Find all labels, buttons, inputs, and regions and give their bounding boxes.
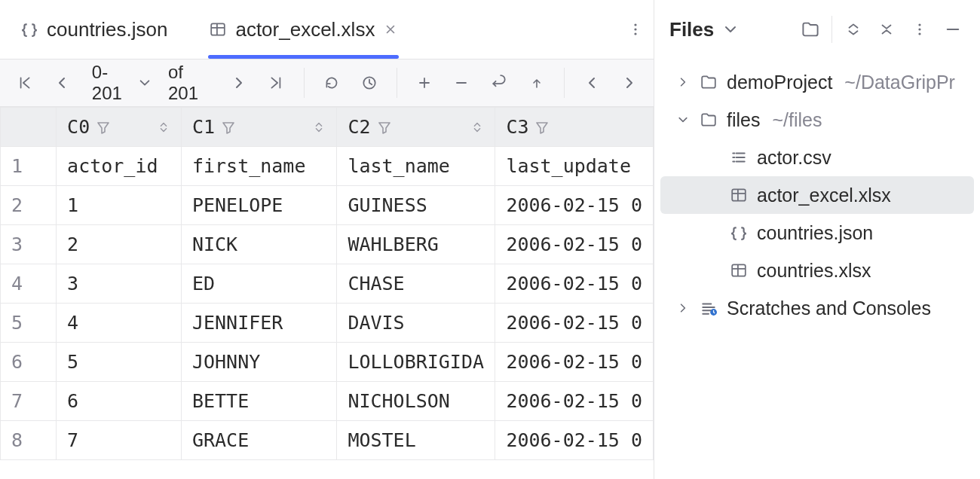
tree-node[interactable]: countries.json xyxy=(654,214,980,252)
tree-node[interactable]: demoProject~/DataGripPr xyxy=(654,63,980,101)
cell[interactable]: DAVIS xyxy=(337,304,495,343)
tab-countries-json[interactable]: countries.json xyxy=(0,0,188,59)
cell[interactable]: NICK xyxy=(181,225,336,264)
last-page-button[interactable] xyxy=(266,71,287,95)
cell[interactable]: 2006-02-15 0 xyxy=(495,382,654,421)
tree-node[interactable]: countries.xlsx xyxy=(654,252,980,289)
corner-cell[interactable] xyxy=(1,108,57,147)
cell[interactable]: first_name xyxy=(181,147,336,186)
cell[interactable]: last_update xyxy=(495,147,654,186)
revert-button[interactable] xyxy=(488,71,510,95)
history-button[interactable] xyxy=(359,71,380,95)
column-header[interactable]: C2 xyxy=(337,108,495,147)
filter-icon[interactable] xyxy=(221,120,236,135)
cell[interactable]: WAHLBERG xyxy=(337,225,495,264)
cell[interactable]: 5 xyxy=(57,343,182,382)
cell[interactable]: NICHOLSON xyxy=(337,382,495,421)
cell[interactable]: actor_id xyxy=(57,147,182,186)
cell[interactable]: GRACE xyxy=(181,421,336,460)
row-number[interactable]: 1 xyxy=(1,147,57,186)
table-icon xyxy=(728,262,749,279)
data-grid[interactable]: C0C1C2C3 1actor_idfirst_namelast_namelas… xyxy=(0,107,654,479)
tree-label: actor_excel.xlsx xyxy=(757,185,891,206)
chevron-down-icon[interactable] xyxy=(675,114,691,126)
table-row[interactable]: 76BETTENICHOLSON2006-02-15 0 xyxy=(1,382,654,421)
cell[interactable]: 2006-02-15 0 xyxy=(495,186,654,225)
tree-node[interactable]: files~/files xyxy=(654,101,980,139)
cell[interactable]: ED xyxy=(181,264,336,304)
row-number[interactable]: 8 xyxy=(1,421,57,460)
cell[interactable]: 2006-02-15 0 xyxy=(495,264,654,304)
row-number[interactable]: 2 xyxy=(1,186,57,225)
table-row[interactable]: 54JENNIFERDAVIS2006-02-15 0 xyxy=(1,304,654,343)
row-number[interactable]: 4 xyxy=(1,264,57,304)
cell[interactable]: LOLLOBRIGIDA xyxy=(337,343,495,382)
tab-label: actor_excel.xlsx xyxy=(235,18,375,41)
chevron-right-icon[interactable] xyxy=(675,76,691,88)
cell[interactable]: last_name xyxy=(337,147,495,186)
panel-options-button[interactable] xyxy=(908,17,932,41)
tabs-more-button[interactable] xyxy=(617,0,654,59)
collapse-all-button[interactable] xyxy=(874,17,899,41)
filter-icon[interactable] xyxy=(534,120,550,135)
row-number[interactable]: 7 xyxy=(1,382,57,421)
cell[interactable]: 2006-02-15 0 xyxy=(495,343,654,382)
cell[interactable]: 2006-02-15 0 xyxy=(495,225,654,264)
next-diff-button[interactable] xyxy=(619,71,640,95)
cell[interactable]: 2006-02-15 0 xyxy=(495,304,654,343)
table-row[interactable]: 32NICKWAHLBERG2006-02-15 0 xyxy=(1,225,654,264)
tree-node[interactable]: actor.csv xyxy=(654,139,980,176)
tree-node[interactable]: actor_excel.xlsx xyxy=(660,176,974,214)
expand-all-button[interactable] xyxy=(841,17,865,41)
chevron-down-icon[interactable] xyxy=(723,22,738,37)
csv-icon xyxy=(728,149,749,166)
table-row[interactable]: 87GRACEMOSTEL2006-02-15 0 xyxy=(1,421,654,460)
hide-panel-button[interactable] xyxy=(941,17,965,41)
column-header[interactable]: C1 xyxy=(181,108,336,147)
sort-icon[interactable] xyxy=(470,121,484,134)
cell[interactable]: 7 xyxy=(57,421,182,460)
prev-diff-button[interactable] xyxy=(581,71,602,95)
cell[interactable]: MOSTEL xyxy=(337,421,495,460)
add-row-button[interactable] xyxy=(414,71,435,95)
sort-icon[interactable] xyxy=(157,121,170,134)
chevron-right-icon[interactable] xyxy=(675,302,691,314)
reload-button[interactable] xyxy=(321,71,342,95)
close-icon[interactable] xyxy=(384,23,397,36)
tab-actor-excel[interactable]: actor_excel.xlsx xyxy=(188,0,418,59)
files-tree[interactable]: demoProject~/DataGripPrfiles~/filesactor… xyxy=(654,59,980,331)
table-row[interactable]: 65JOHNNYLOLLOBRIGIDA2006-02-15 0 xyxy=(1,343,654,382)
cell[interactable]: JOHNNY xyxy=(181,343,336,382)
cell[interactable]: GUINESS xyxy=(337,186,495,225)
cell[interactable]: JENNIFER xyxy=(181,304,336,343)
cell[interactable]: 1 xyxy=(57,186,182,225)
sort-icon[interactable] xyxy=(312,121,326,134)
first-page-button[interactable] xyxy=(14,71,35,95)
filter-icon[interactable] xyxy=(96,120,111,135)
table-row[interactable]: 21PENELOPEGUINESS2006-02-15 0 xyxy=(1,186,654,225)
column-header[interactable]: C3 xyxy=(495,108,654,147)
tree-path: ~/DataGripPr xyxy=(844,72,955,93)
cell[interactable]: 2 xyxy=(57,225,182,264)
cell[interactable]: CHASE xyxy=(337,264,495,304)
prev-page-button[interactable] xyxy=(51,71,72,95)
column-header[interactable]: C0 xyxy=(57,108,182,147)
cell[interactable]: 2006-02-15 0 xyxy=(495,421,654,460)
page-range[interactable]: 0-201 xyxy=(89,60,152,105)
delete-row-button[interactable] xyxy=(452,71,473,95)
row-number[interactable]: 3 xyxy=(1,225,57,264)
table-row[interactable]: 1actor_idfirst_namelast_namelast_update xyxy=(1,147,654,186)
tree-node[interactable]: Scratches and Consoles xyxy=(654,289,980,327)
commit-button[interactable] xyxy=(526,71,547,95)
cell[interactable]: 6 xyxy=(57,382,182,421)
table-row[interactable]: 43EDCHASE2006-02-15 0 xyxy=(1,264,654,304)
row-number[interactable]: 5 xyxy=(1,304,57,343)
cell[interactable]: BETTE xyxy=(181,382,336,421)
open-folder-button[interactable] xyxy=(798,17,822,41)
cell[interactable]: PENELOPE xyxy=(181,186,336,225)
filter-icon[interactable] xyxy=(377,120,392,135)
cell[interactable]: 4 xyxy=(57,304,182,343)
row-number[interactable]: 6 xyxy=(1,343,57,382)
cell[interactable]: 3 xyxy=(57,264,182,304)
next-page-button[interactable] xyxy=(228,71,250,95)
